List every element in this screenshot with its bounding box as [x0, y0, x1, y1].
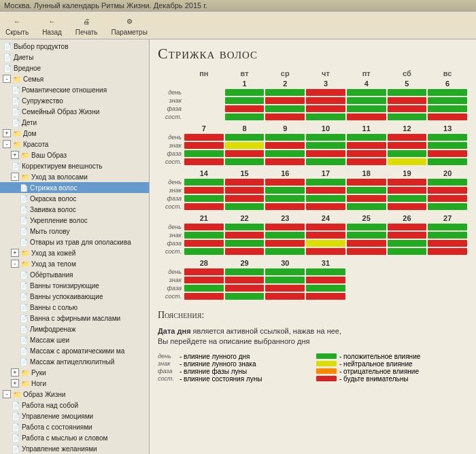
- legend-sost-meaning: - влияние состояния луны: [180, 375, 262, 383]
- sidebar-item-massaj-shei[interactable]: 📄 Массаж шеи: [0, 334, 149, 345]
- sidebar-item-uhodtelo[interactable]: - 📁 Уход за телом: [0, 258, 149, 269]
- bar: [347, 97, 386, 104]
- back-button[interactable]: ← Назад: [42, 14, 62, 36]
- sidebar-item-semobraz[interactable]: 📄 Семейный Образ Жизни: [0, 106, 149, 117]
- label-den: день: [158, 268, 184, 275]
- day-21[interactable]: 21: [184, 214, 224, 222]
- expand-icon[interactable]: +: [11, 368, 19, 377]
- day-17[interactable]: 17: [305, 169, 346, 177]
- sidebar-item-uprzhelan[interactable]: 📄 Управление желаниями: [0, 443, 149, 454]
- sidebar-item-vanna-efir[interactable]: 📄 Ванна с эфирными маслами: [0, 313, 149, 324]
- sidebar-item-zavivka[interactable]: 📄 Завивка волос: [0, 204, 149, 215]
- sidebar-item-obertiv[interactable]: 📄 Обёртывания: [0, 269, 149, 280]
- sidebar-item-strizka[interactable]: 📄 Стрижка волос: [0, 182, 149, 193]
- sidebar-item-myt[interactable]: 📄 Мыть голову: [0, 226, 149, 237]
- day-2[interactable]: 2: [265, 80, 305, 88]
- day-23[interactable]: 23: [265, 214, 305, 222]
- collapse-icon[interactable]: -: [11, 173, 19, 181]
- sidebar-item-nogi[interactable]: + 📁 Ноги: [0, 378, 149, 389]
- sidebar-item-uhodkoja[interactable]: + 📁 Уход за кожей: [0, 247, 149, 258]
- collapse-icon[interactable]: -: [3, 390, 11, 398]
- bar: [306, 195, 345, 202]
- page-title: Стрижка волос: [158, 45, 468, 63]
- day-13[interactable]: 13: [427, 124, 468, 133]
- day-12[interactable]: 12: [387, 124, 428, 133]
- bar: [428, 114, 467, 120]
- sidebar-item-romantic[interactable]: 📄 Романтические отношения: [0, 84, 149, 95]
- day-8[interactable]: 8: [224, 124, 265, 133]
- doc-icon: 📄: [11, 433, 20, 442]
- sidebar-item-vashobraz[interactable]: + 📁 Ваш Образ: [0, 150, 149, 160]
- sidebar-item-diety[interactable]: 📄 Диеты: [0, 52, 149, 63]
- sidebar-item-massaj-anti[interactable]: 📄 Массаж антицеллюлитный: [0, 356, 149, 367]
- day-19[interactable]: 19: [387, 169, 428, 177]
- day-25[interactable]: 25: [346, 214, 387, 222]
- hide-button[interactable]: ← Скрыть: [5, 14, 29, 36]
- sidebar-item-vanny-ton[interactable]: 📄 Ванны тонизирующие: [0, 280, 149, 291]
- sidebar-item-rabsost[interactable]: 📄 Работа с состояниями: [0, 421, 149, 432]
- day-5[interactable]: 5: [387, 80, 428, 88]
- sidebar-item-okraska[interactable]: 📄 Окраска волос: [0, 193, 149, 204]
- day-28[interactable]: 28: [184, 259, 224, 267]
- bar: [184, 158, 224, 165]
- day-9[interactable]: 9: [265, 124, 305, 133]
- expand-icon[interactable]: +: [11, 151, 19, 159]
- sidebar-item-ruki[interactable]: + 📁 Руки: [0, 367, 149, 378]
- day-14[interactable]: 14: [184, 169, 224, 177]
- day-11[interactable]: 11: [346, 124, 387, 133]
- sidebar-item-vrednoe[interactable]: 📄 Вредное: [0, 63, 149, 73]
- sidebar-item-massaj-aromat[interactable]: 📄 Массаж с ароматическими ма: [0, 345, 149, 356]
- sidebar-item-semya[interactable]: - 📁 Семья: [0, 73, 149, 84]
- sidebar-item-korr[interactable]: 📄 Корректируем внешность: [0, 160, 149, 171]
- day-6[interactable]: 6: [427, 80, 468, 88]
- print-icon: 🖨: [78, 14, 95, 28]
- day-18[interactable]: 18: [346, 169, 387, 177]
- bar: [347, 142, 386, 149]
- sidebar-item-vanny-usp[interactable]: 📄 Ванны успокаивающие: [0, 291, 149, 302]
- day-26[interactable]: 26: [387, 214, 428, 222]
- sidebar-item-vanny-sol[interactable]: 📄 Ванны с солью: [0, 302, 149, 313]
- day-24[interactable]: 24: [305, 214, 346, 222]
- bar: [388, 179, 427, 186]
- expand-icon[interactable]: +: [11, 249, 19, 257]
- print-button[interactable]: 🖨 Печать: [75, 14, 98, 36]
- day-16[interactable]: 16: [265, 169, 305, 177]
- day-20[interactable]: 20: [427, 169, 468, 177]
- sidebar-item-ukrep[interactable]: 📄 Укрепление волос: [0, 215, 149, 226]
- day-7[interactable]: 7: [184, 124, 224, 133]
- sidebar-item-upremoc[interactable]: 📄 Управление эмоциями: [0, 411, 149, 421]
- day-15[interactable]: 15: [224, 169, 265, 177]
- collapse-icon[interactable]: -: [11, 260, 19, 268]
- sidebar-item-rabmysl[interactable]: 📄 Работа с мыслью и словом: [0, 432, 149, 443]
- doc-icon: 📄: [19, 357, 29, 366]
- bar: [428, 142, 467, 149]
- sidebar-item-limfo[interactable]: 📄 Лимфодренаж: [0, 324, 149, 334]
- sidebar-item-suprujestvo[interactable]: 📄 Супружество: [0, 95, 149, 106]
- sidebar-item-krasota[interactable]: - 📁 Красота: [0, 139, 149, 150]
- collapse-icon[interactable]: -: [3, 140, 11, 148]
- sidebar-item-rabota-nad[interactable]: 📄 Работа над собой: [0, 400, 149, 411]
- day-10[interactable]: 10: [305, 124, 346, 133]
- sidebar-item-vybor[interactable]: 📄 Выбор продуктов: [0, 41, 149, 52]
- params-button[interactable]: ⚙ Параметры: [112, 14, 148, 36]
- sidebar-item-deti[interactable]: 📄 Дети: [0, 117, 149, 128]
- day-1[interactable]: 1: [224, 80, 265, 88]
- expand-icon[interactable]: +: [11, 379, 19, 387]
- sidebar-item-obraz[interactable]: - 📁 Образ Жизни: [0, 389, 149, 400]
- toolbar: ← Скрыть ← Назад 🖨 Печать ⚙ Параметры: [0, 12, 476, 39]
- sidebar-item-dom[interactable]: + 📁 Дом: [0, 128, 149, 139]
- day-30[interactable]: 30: [265, 259, 305, 267]
- sidebar-item-otvary[interactable]: 📄 Отвары из трав для ополаскива: [0, 237, 149, 247]
- week4-faza: фаза: [158, 240, 468, 247]
- day-31[interactable]: 31: [305, 259, 346, 267]
- title-bar: Москва. Лунный календарь Ритмы Жизни. Де…: [0, 0, 476, 12]
- day-27[interactable]: 27: [427, 214, 468, 222]
- day-22[interactable]: 22: [224, 214, 265, 222]
- collapse-icon[interactable]: -: [3, 75, 11, 83]
- expand-icon[interactable]: +: [3, 129, 11, 137]
- day-4[interactable]: 4: [346, 80, 387, 88]
- day-3[interactable]: 3: [305, 80, 346, 88]
- day-29[interactable]: 29: [224, 259, 265, 267]
- sidebar-item-uhodvolos[interactable]: - 📁 Уход за волосами: [0, 171, 149, 182]
- back-icon: ←: [44, 14, 60, 28]
